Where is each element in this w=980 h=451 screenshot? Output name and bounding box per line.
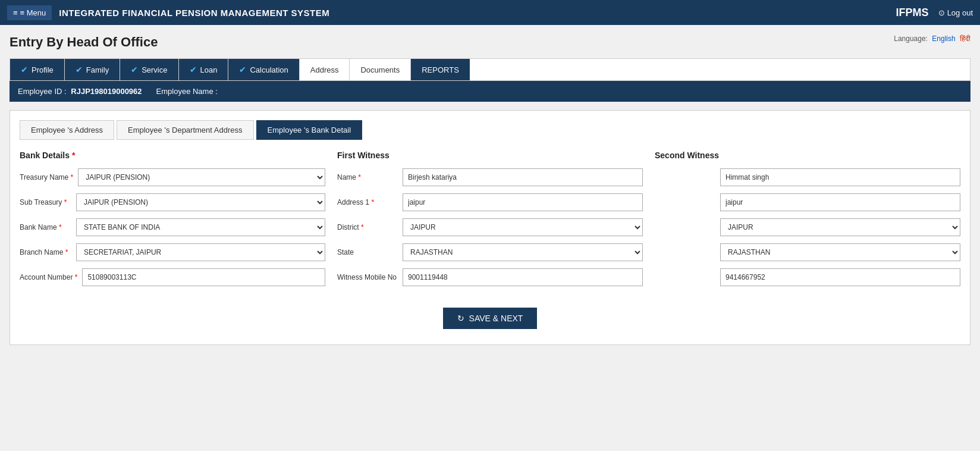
branch-name-select[interactable]: SECRETARIAT, JAIPUR: [76, 243, 325, 261]
sw-mobile-input[interactable]: [720, 268, 960, 286]
save-icon: ↻: [457, 314, 464, 323]
fw-state-label-text: State: [337, 248, 354, 256]
language-hindi[interactable]: हिंदी: [960, 35, 970, 43]
page-header: Entry By Head Of Office Language: Englis…: [10, 35, 970, 50]
language-label: Language:: [894, 35, 928, 43]
account-number-label: Account Number *: [20, 273, 82, 281]
account-number-input[interactable]: [82, 268, 325, 286]
fw-address1-label-text: Address 1: [337, 198, 369, 206]
sub-tab-department-address[interactable]: Employee 's Department Address: [117, 120, 254, 140]
sw-name-group: [655, 168, 960, 186]
logout-button[interactable]: ⊙ Log out: [938, 8, 973, 17]
main-tabs: ✔ Profile ✔ Family ✔ Service ✔ Loan ✔ Ca…: [10, 58, 970, 81]
branch-name-group: Branch Name * SECRETARIAT, JAIPUR: [20, 243, 325, 261]
fw-address1-input[interactable]: [403, 193, 643, 211]
sub-treasury-select[interactable]: JAIPUR (PENSION): [76, 193, 325, 211]
navbar: ≡ ≡ Menu INTEGRATED FINANCIAL PENSION MA…: [0, 0, 980, 25]
branch-name-label: Branch Name *: [20, 248, 76, 256]
menu-button[interactable]: ≡ ≡ Menu: [7, 5, 52, 20]
tab-reports[interactable]: REPORTS: [411, 59, 470, 80]
tab-service-label: Service: [142, 65, 167, 74]
logout-label: Log out: [947, 8, 973, 17]
tab-calculation-label: Calculation: [250, 65, 288, 74]
fw-mobile-group: Witness Mobile No: [337, 268, 643, 286]
sub-tab-dept-label: Employee 's Department Address: [128, 126, 243, 134]
tab-loan-label: Loan: [200, 65, 218, 74]
treasury-name-select[interactable]: JAIPUR (PENSION): [78, 168, 325, 186]
bank-details-required: *: [72, 151, 75, 160]
navbar-left: ≡ ≡ Menu INTEGRATED FINANCIAL PENSION MA…: [7, 5, 329, 20]
fw-name-label: Name *: [337, 173, 403, 181]
sw-state-group: RAJASTHAN: [655, 243, 960, 261]
employee-id-label: Employee ID : RJJP198019000962: [18, 87, 142, 96]
fw-state-label: State: [337, 248, 403, 256]
service-check-icon: ✔: [131, 65, 138, 74]
sub-treasury-label-text: Sub Treasury: [20, 198, 62, 206]
sw-district-select[interactable]: JAIPUR: [720, 218, 960, 236]
fw-address1-label: Address 1 *: [337, 198, 403, 206]
fw-state-group: State RAJASTHAN: [337, 243, 643, 261]
second-witness-section: Second Witness JAIPUR: [655, 151, 960, 293]
tab-profile-label: Profile: [32, 65, 54, 74]
sub-tab-address[interactable]: Employee 's Address: [20, 120, 114, 140]
fw-district-group: District * JAIPUR: [337, 218, 643, 236]
treasury-label-text: Treasury Name: [20, 173, 68, 181]
tab-address[interactable]: Address: [300, 59, 350, 80]
sw-mobile-group: [655, 268, 960, 286]
sub-tab-address-label: Employee 's Address: [31, 126, 103, 134]
content-card: Employee 's Address Employee 's Departme…: [10, 110, 970, 345]
tab-service[interactable]: ✔ Service: [120, 59, 178, 80]
tab-family[interactable]: ✔ Family: [65, 59, 120, 80]
sw-state-select[interactable]: RAJASTHAN: [720, 243, 960, 261]
fw-state-select[interactable]: RAJASTHAN: [403, 243, 643, 261]
logout-icon: ⊙: [938, 8, 945, 17]
tab-loan[interactable]: ✔ Loan: [179, 59, 229, 80]
bank-name-label: Bank Name *: [20, 223, 76, 231]
sw-name-input[interactable]: [720, 168, 960, 186]
profile-check-icon: ✔: [21, 65, 28, 74]
tab-documents-label: Documents: [360, 65, 400, 74]
bank-details-section: Bank Details * Treasury Name * JAIPUR (P…: [20, 151, 325, 293]
fw-mobile-label-text: Witness Mobile No: [337, 273, 397, 281]
tab-address-label: Address: [310, 65, 339, 74]
tab-profile[interactable]: ✔ Profile: [10, 59, 65, 80]
language-english[interactable]: English: [932, 35, 955, 43]
save-next-button[interactable]: ↻ SAVE & NEXT: [443, 308, 538, 329]
tab-family-label: Family: [86, 65, 109, 74]
loan-check-icon: ✔: [190, 65, 197, 74]
tab-documents[interactable]: Documents: [350, 59, 411, 80]
save-label: SAVE & NEXT: [469, 314, 523, 323]
navbar-brand: IFPMS: [896, 7, 929, 19]
tab-calculation[interactable]: ✔ Calculation: [228, 59, 299, 80]
calculation-check-icon: ✔: [239, 65, 246, 74]
bank-name-select[interactable]: STATE BANK OF INDIA: [76, 218, 325, 236]
fw-name-group: Name *: [337, 168, 643, 186]
employee-id-text: Employee ID :: [18, 87, 67, 96]
employee-id-value: RJJP198019000962: [71, 87, 142, 96]
form-sections: Bank Details * Treasury Name * JAIPUR (P…: [20, 151, 960, 293]
second-witness-title: Second Witness: [655, 151, 960, 160]
account-number-label-text: Account Number: [20, 273, 73, 281]
fw-mobile-input[interactable]: [403, 268, 643, 286]
fw-district-select[interactable]: JAIPUR: [403, 218, 643, 236]
branch-name-label-text: Branch Name: [20, 248, 63, 256]
fw-mobile-label: Witness Mobile No: [337, 273, 403, 281]
sub-treasury-group: Sub Treasury * JAIPUR (PENSION): [20, 193, 325, 211]
bank-name-group: Bank Name * STATE BANK OF INDIA: [20, 218, 325, 236]
sw-address1-input[interactable]: [720, 193, 960, 211]
employee-name-label: Employee Name :: [156, 87, 218, 96]
fw-district-label-text: District: [337, 223, 359, 231]
sw-address1-group: [655, 193, 960, 211]
sub-tab-bank-detail[interactable]: Employee 's Bank Detail: [256, 120, 363, 140]
account-number-group: Account Number *: [20, 268, 325, 286]
fw-address1-group: Address 1 *: [337, 193, 643, 211]
sub-tab-bank-label: Employee 's Bank Detail: [268, 126, 351, 134]
fw-name-input[interactable]: [403, 168, 643, 186]
sw-district-group: JAIPUR: [655, 218, 960, 236]
treasury-name-label: Treasury Name *: [20, 173, 78, 181]
language-selector: Language: English हिंदी: [894, 35, 970, 43]
tab-reports-label: REPORTS: [422, 65, 459, 74]
page-title: Entry By Head Of Office: [10, 35, 158, 50]
menu-icon: ≡: [13, 8, 18, 17]
employee-bar: Employee ID : RJJP198019000962 Employee …: [10, 81, 970, 102]
